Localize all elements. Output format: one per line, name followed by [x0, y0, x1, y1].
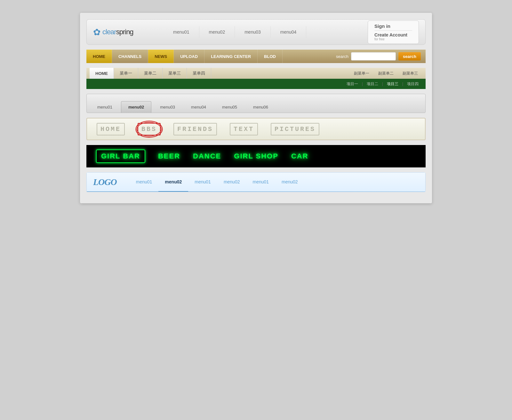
nav2-item-channels[interactable]: CHANNELS: [112, 50, 148, 63]
nav5-item-home[interactable]: HOME: [97, 123, 125, 135]
nav1-menus: menu01 menu02 menu03 menu04: [164, 26, 368, 38]
nav3-top-item-1[interactable]: 菜单一: [114, 68, 138, 79]
nav7-item-1[interactable]: menu01: [130, 173, 159, 192]
nav3-top-item-2[interactable]: 菜单二: [138, 68, 163, 79]
nav1-signin-button[interactable]: Sign in: [374, 23, 390, 29]
nav6-item-car[interactable]: CAR: [291, 152, 308, 160]
nav2-search-label: search: [336, 54, 348, 59]
nav2-item-home[interactable]: HOME: [86, 50, 112, 63]
nav3-green-wrapper: HOME 菜单一 菜单二 菜单三 菜单四 副菜单一 副菜单二 副菜单三 项目一 …: [86, 68, 426, 89]
nav2-item-blod[interactable]: BLOD: [258, 50, 283, 63]
nav3-top-item-3[interactable]: 菜单三: [163, 68, 187, 79]
nav1-menu-item-2[interactable]: menu02: [199, 26, 235, 38]
nav3-bottom-item-1[interactable]: 项目一: [343, 81, 362, 87]
nav2-item-upload[interactable]: UPLOAD: [174, 50, 204, 63]
nav1-clearspring: ✿ clearspring menu01 menu02 menu03 menu0…: [86, 19, 426, 45]
nav1-menu-item-3[interactable]: menu03: [235, 26, 271, 38]
nav5-item-pictures[interactable]: PICTURES: [271, 123, 319, 135]
nav7-item-2[interactable]: menu02: [158, 173, 188, 192]
nav2-item-learning[interactable]: LEARNING CENTER: [204, 50, 258, 63]
nav5-stamp: HOME BBS FRIENDS TEXT PICTURES: [86, 118, 426, 140]
nav2-tan: HOME CHANNELS NEWS UPLOAD LEARNING CENTE…: [86, 50, 426, 63]
nav3-bottom-item-2[interactable]: 项目二: [363, 81, 382, 87]
nav7-blue: LOGO menu01 menu02 menu01 menu02 menu01 …: [87, 173, 425, 192]
clearspring-icon: ✿: [93, 27, 100, 37]
nav2-search-area: search search: [331, 52, 426, 61]
nav7-item-5[interactable]: menu01: [246, 173, 275, 192]
nav3-top-item-4[interactable]: 菜单四: [187, 68, 211, 79]
nav3-top-right: 副菜单一 副菜单二 副菜单三: [349, 68, 422, 79]
svg-point-0: [136, 121, 163, 137]
nav6-item-girlbar[interactable]: GIRL BAR: [96, 149, 145, 163]
nav4-item-4[interactable]: menu04: [184, 101, 213, 113]
nav5-item-bbs[interactable]: BBS: [138, 123, 161, 135]
nav4-item-1[interactable]: menu01: [90, 101, 120, 113]
nav2-item-news[interactable]: NEWS: [148, 50, 174, 63]
nav3-top-right-3[interactable]: 副菜单三: [398, 68, 422, 79]
nav1-logo-text: clearspring: [102, 28, 133, 36]
nav3-bottom-item-4[interactable]: 项目四: [403, 81, 422, 87]
nav4-item-2[interactable]: menu02: [121, 101, 151, 113]
nav7-item-3[interactable]: menu01: [188, 173, 217, 192]
nav5-item-friends[interactable]: FRIENDS: [173, 123, 217, 135]
nav4-item-5[interactable]: menu05: [215, 101, 244, 113]
nav2-search-button[interactable]: search: [398, 52, 421, 61]
nav3-bottom-item-3[interactable]: 项目三: [383, 81, 402, 87]
nav3-top-right-2[interactable]: 副菜单二: [374, 68, 398, 79]
nav4-item-6[interactable]: menu06: [246, 101, 276, 113]
nav7-item-6[interactable]: menu02: [275, 173, 304, 192]
nav5-item-text[interactable]: TEXT: [230, 123, 258, 135]
nav7-logo: LOGO: [93, 177, 117, 187]
nav1-logo: ✿ clearspring: [93, 27, 151, 37]
nav2-search-input[interactable]: [351, 52, 396, 61]
nav6-item-beer[interactable]: BEER: [158, 152, 180, 160]
nav4-gray-tabs: menu01 menu02 menu03 menu04 menu05 menu0…: [86, 94, 426, 113]
nav6-neon: GIRL BAR BEER DANCE GIRL SHOP CAR: [86, 145, 426, 167]
page-wrapper: ✿ clearspring menu01 menu02 menu03 menu0…: [80, 13, 432, 203]
nav7-wrapper: LOGO menu01 menu02 menu01 menu02 menu01 …: [86, 172, 426, 192]
nav1-menu-item-4[interactable]: menu04: [271, 26, 307, 38]
nav1-actions: Sign in Create Account for free: [368, 20, 419, 44]
nav1-create-sub: for free: [374, 37, 385, 41]
nav6-item-dance[interactable]: DANCE: [193, 152, 221, 160]
nav1-menu-item-1[interactable]: menu01: [164, 26, 199, 38]
nav1-create-button[interactable]: Create Account: [374, 32, 407, 37]
nav3-top-home[interactable]: HOME: [90, 68, 114, 79]
nav6-item-girlshop[interactable]: GIRL SHOP: [234, 152, 278, 160]
nav3-bottom: 项目一 | 项目二 | 项目三 | 项目四: [86, 79, 426, 89]
nav3-top-right-1[interactable]: 副菜单一: [349, 68, 374, 79]
nav7-item-4[interactable]: menu02: [217, 173, 246, 192]
nav3-top: HOME 菜单一 菜单二 菜单三 菜单四 副菜单一 副菜单二 副菜单三: [86, 68, 426, 79]
nav4-item-3[interactable]: menu03: [153, 101, 182, 113]
